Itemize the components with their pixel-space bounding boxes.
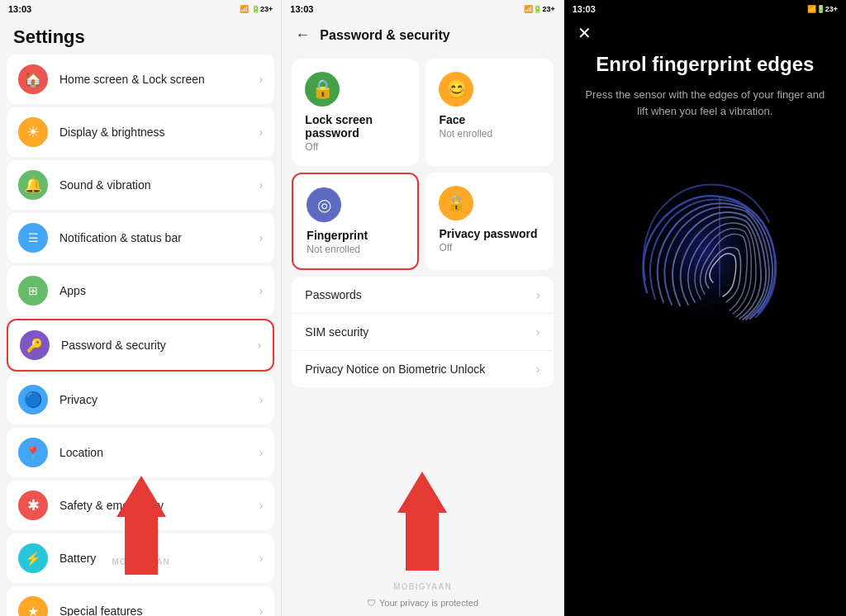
settings-item-notification[interactable]: ☰ Notification & status bar › [7, 213, 274, 263]
back-header: ← Password & security [282, 18, 563, 52]
passwords-label: Passwords [305, 288, 536, 301]
fingerprint-bio-icon: ◎ [307, 187, 341, 222]
password-label: Password & security [61, 339, 258, 352]
settings-item-sound[interactable]: 🔔 Sound & vibration › [7, 160, 274, 210]
face-bio-icon: 😊 [439, 72, 473, 107]
watermark-1: MOBIGYAAN [0, 557, 282, 566]
panel1-settings: 13:03 📶 🔋23+ Settings 🏠 Home screen & Lo… [0, 0, 282, 616]
privacy-notice-label: Privacy Notice on Biometric Unlock [305, 362, 536, 376]
status-icons-2: 📶🔋23+ [524, 5, 554, 13]
panel3-wrapper: 13:03 📶🔋23+ ✕ Enrol fingerprint edges Pr… [564, 0, 846, 616]
settings-item-display[interactable]: ☀ Display & brightness › [7, 107, 274, 157]
chevron-icon: › [259, 178, 264, 192]
settings-item-home-screen[interactable]: 🏠 Home screen & Lock screen › [7, 54, 274, 104]
home-screen-icon: 🏠 [18, 64, 48, 94]
lock-screen-bio-sub: Off [305, 141, 318, 153]
close-button[interactable]: ✕ [577, 23, 592, 43]
settings-item-password[interactable]: 🔑 Password & security › [7, 319, 274, 372]
display-icon: ☀ [18, 117, 48, 147]
enrol-fingerprint-panel: 13:03 📶🔋23+ ✕ Enrol fingerprint edges Pr… [564, 0, 846, 616]
fingerprint-graphic [622, 160, 787, 342]
chevron-icon: › [258, 339, 262, 352]
settings-list: 🏠 Home screen & Lock screen › ☀ Display … [0, 54, 281, 616]
lock-screen-bio-title: Lock screen password [305, 113, 406, 140]
chevron-icon: › [259, 73, 264, 86]
sim-security-label: SIM security [305, 325, 536, 339]
fingerprint-svg [622, 160, 787, 342]
settings-item-location[interactable]: 📍 Location › [7, 428, 274, 477]
status-bar-1: 13:03 📶 🔋23+ [0, 0, 281, 18]
passwords-item[interactable]: Passwords › [292, 277, 553, 314]
enrol-description: Press the sensor with the edges of your … [584, 87, 826, 119]
settings-header: Settings [0, 18, 281, 54]
safety-icon: ✱ [18, 490, 48, 520]
settings-item-privacy[interactable]: 🔵 Privacy › [7, 375, 274, 424]
display-label: Display & brightness [59, 126, 259, 139]
fingerprint-card[interactable]: ◎ Fingerprint Not enrolled [292, 173, 419, 270]
lock-screen-card[interactable]: 🔒 Lock screen password Off [292, 59, 419, 166]
apps-label: Apps [59, 284, 259, 297]
status-icons-3: 📶🔋23+ [807, 5, 838, 13]
home-screen-label: Home screen & Lock screen [59, 73, 259, 86]
special-label: Special features [59, 604, 259, 616]
chevron-icon: › [536, 362, 540, 376]
privacy-password-icon: 🔒 [439, 186, 473, 220]
battery-icon-3: 📶🔋23+ [807, 5, 838, 13]
sound-icon: 🔔 [18, 170, 48, 200]
password-icon: 🔑 [20, 330, 50, 360]
status-time-1: 13:03 [8, 4, 31, 14]
apps-icon: ⊞ [18, 276, 48, 306]
settings-item-safety[interactable]: ✱ Safety & emergency › [7, 481, 274, 530]
signal-icon-2: 📶🔋23+ [524, 5, 554, 13]
settings-panel: 13:03 📶 🔋23+ Settings 🏠 Home screen & Lo… [0, 0, 282, 616]
sim-security-item[interactable]: SIM security › [292, 314, 553, 351]
status-time-2: 13:03 [290, 4, 313, 14]
privacy-password-card[interactable]: 🔒 Privacy password Off [425, 173, 553, 270]
chevron-icon: › [259, 284, 264, 297]
back-button[interactable]: ← [295, 26, 310, 44]
enrol-title: Enrol fingerprint edges [596, 51, 814, 77]
notification-icon: ☰ [18, 223, 48, 253]
password-security-panel: 13:03 📶🔋23+ ← Password & security 🔒 Lock… [282, 0, 563, 616]
privacy-label: Privacy [59, 393, 259, 406]
location-icon: 📍 [18, 438, 48, 467]
panel2-footer: 🛡 Your privacy is protected [282, 590, 563, 616]
chevron-icon: › [259, 393, 264, 406]
chevron-icon: › [259, 446, 264, 459]
settings-item-apps[interactable]: ⊞ Apps › [7, 266, 274, 315]
signal-icon-1: 📶 [240, 5, 249, 13]
privacy-password-title: Privacy password [439, 227, 537, 240]
panel2-content: 🔒 Lock screen password Off 😊 Face Not en… [282, 52, 563, 590]
lock-screen-bio-icon: 🔒 [305, 72, 340, 107]
settings-title: Settings [13, 26, 268, 48]
status-bar-3: 13:03 📶🔋23+ [564, 0, 846, 18]
face-bio-title: Face [439, 113, 465, 126]
safety-label: Safety & emergency [59, 499, 259, 512]
enrol-content: Enrol fingerprint edges Press the sensor… [564, 18, 846, 616]
wifi-icon-1: 🔋23+ [251, 5, 273, 13]
panel2-list: Passwords › SIM security › Privacy Notic… [292, 277, 553, 387]
privacy-notice-item[interactable]: Privacy Notice on Biometric Unlock › [292, 351, 553, 387]
notification-label: Notification & status bar [59, 231, 259, 244]
fingerprint-bio-sub: Not enrolled [307, 244, 360, 255]
status-icons-1: 📶 🔋23+ [240, 5, 273, 13]
special-icon: ★ [18, 596, 48, 616]
chevron-icon: › [536, 288, 540, 301]
location-label: Location [59, 446, 259, 459]
shield-icon: 🛡 [367, 598, 376, 608]
fingerprint-bio-title: Fingerprint [307, 229, 368, 242]
footer-text: Your privacy is protected [379, 598, 478, 608]
privacy-icon: 🔵 [18, 385, 48, 415]
status-time-3: 13:03 [573, 4, 596, 14]
status-bar-2: 13:03 📶🔋23+ [282, 0, 563, 18]
chevron-icon: › [259, 126, 264, 139]
chevron-icon: › [259, 499, 264, 512]
chevron-icon: › [536, 325, 540, 339]
privacy-password-sub: Off [439, 242, 452, 254]
settings-item-special[interactable]: ★ Special features › [7, 586, 274, 616]
face-bio-sub: Not enrolled [439, 128, 492, 140]
face-card[interactable]: 😊 Face Not enrolled [425, 59, 553, 166]
chevron-icon: › [259, 604, 264, 616]
biometric-grid: 🔒 Lock screen password Off 😊 Face Not en… [292, 59, 553, 270]
chevron-icon: › [259, 231, 264, 244]
